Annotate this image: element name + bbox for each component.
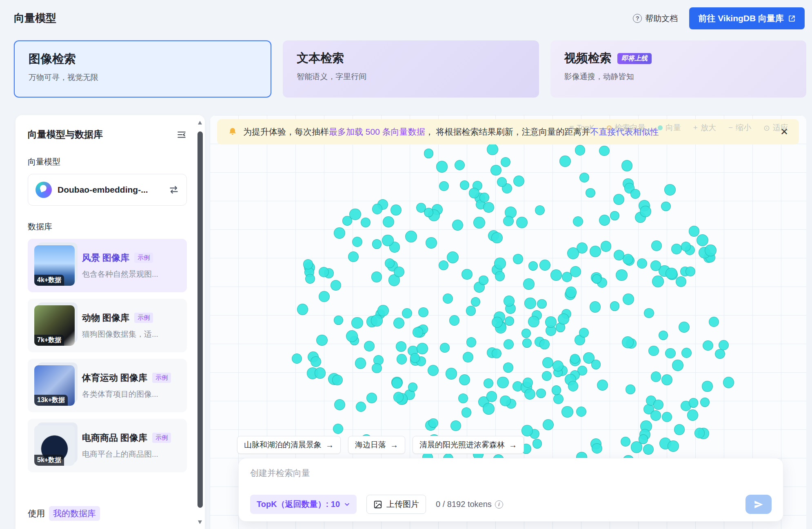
- send-button[interactable]: [745, 495, 772, 514]
- vector-point[interactable]: [719, 340, 729, 350]
- vector-point[interactable]: [700, 398, 710, 407]
- vector-point[interactable]: [461, 407, 472, 418]
- vector-point[interactable]: [500, 396, 510, 406]
- vector-point[interactable]: [579, 328, 589, 338]
- vector-point[interactable]: [614, 250, 624, 260]
- vector-point[interactable]: [664, 184, 676, 196]
- vector-point[interactable]: [528, 261, 538, 271]
- vector-point[interactable]: [524, 298, 536, 309]
- chip-morning-mountains[interactable]: 山脉和湖泊的清晨景象 →: [237, 436, 341, 454]
- vector-point[interactable]: [545, 316, 556, 327]
- vector-point[interactable]: [644, 308, 654, 318]
- help-docs-link[interactable]: ? 帮助文档: [633, 13, 678, 24]
- vector-point[interactable]: [439, 260, 448, 270]
- info-icon[interactable]: i: [495, 500, 503, 509]
- vector-point[interactable]: [490, 165, 501, 176]
- vector-point[interactable]: [575, 145, 585, 155]
- vector-point[interactable]: [428, 418, 438, 428]
- vector-point[interactable]: [491, 232, 502, 243]
- vector-point[interactable]: [592, 443, 602, 453]
- vector-point[interactable]: [676, 276, 686, 287]
- vector-point[interactable]: [590, 246, 601, 257]
- tab-image-retrieval[interactable]: 图像检索 万物可寻，视觉无限: [14, 40, 271, 98]
- vector-point[interactable]: [461, 269, 472, 280]
- vector-point[interactable]: [504, 296, 515, 307]
- vector-point[interactable]: [576, 407, 586, 417]
- vector-point[interactable]: [311, 356, 321, 367]
- chip-seaside-sunset[interactable]: 海边日落 →: [348, 436, 405, 454]
- vector-point[interactable]: [479, 276, 488, 285]
- vector-point[interactable]: [566, 287, 577, 298]
- vector-point[interactable]: [495, 271, 505, 281]
- collapse-panel-icon[interactable]: [176, 129, 187, 140]
- vector-point[interactable]: [613, 194, 624, 205]
- vector-point[interactable]: [579, 173, 589, 182]
- scrollbar-thumb[interactable]: [197, 131, 203, 508]
- dataset-card-animal[interactable]: 7k+数据 动物 图像库 示例 猫狗图像数据集，适...: [28, 299, 187, 352]
- vector-point[interactable]: [665, 348, 675, 358]
- vector-point[interactable]: [558, 313, 569, 325]
- vector-point[interactable]: [459, 374, 470, 385]
- vector-point[interactable]: [666, 268, 677, 280]
- vector-point[interactable]: [550, 269, 562, 281]
- vector-point[interactable]: [709, 317, 719, 327]
- vector-point[interactable]: [348, 251, 359, 262]
- vector-point[interactable]: [626, 385, 635, 394]
- vector-point[interactable]: [392, 378, 402, 388]
- vector-point[interactable]: [486, 391, 497, 402]
- vector-point[interactable]: [653, 400, 663, 410]
- vector-point[interactable]: [672, 360, 683, 371]
- vector-point[interactable]: [599, 146, 610, 156]
- dataset-card-ecommerce[interactable]: 5k+数据 电商商品 图像库 示例 电商平台上的商品图...: [28, 419, 187, 472]
- tab-text-retrieval[interactable]: 文本检索 智能语义，字里行间: [283, 40, 539, 98]
- vector-point[interactable]: [616, 269, 627, 281]
- vector-point[interactable]: [483, 202, 494, 213]
- vector-point[interactable]: [591, 360, 601, 369]
- vector-point[interactable]: [372, 239, 382, 249]
- vector-point[interactable]: [366, 393, 377, 403]
- vector-point[interactable]: [424, 149, 434, 158]
- vector-point[interactable]: [315, 367, 326, 378]
- vector-point[interactable]: [303, 259, 313, 269]
- vector-point[interactable]: [697, 234, 708, 246]
- vector-point[interactable]: [501, 157, 510, 167]
- vector-point[interactable]: [687, 409, 698, 420]
- vector-point[interactable]: [651, 371, 661, 382]
- vector-point[interactable]: [503, 216, 513, 226]
- vector-point[interactable]: [610, 211, 619, 220]
- vector-point[interactable]: [686, 267, 695, 276]
- vector-point[interactable]: [668, 440, 679, 452]
- vector-point[interactable]: [352, 237, 362, 247]
- vector-point[interactable]: [334, 399, 345, 410]
- vector-point[interactable]: [513, 254, 523, 264]
- vector-point[interactable]: [426, 237, 437, 249]
- vector-point[interactable]: [393, 318, 404, 329]
- vector-point[interactable]: [364, 341, 375, 352]
- vector-canvas[interactable]: ≡ TopK 检索向量 向量 + 放大 − 缩小 ⊙ 适应: [210, 115, 806, 529]
- vector-point[interactable]: [332, 375, 343, 385]
- vector-point[interactable]: [601, 241, 611, 251]
- vector-point[interactable]: [471, 297, 480, 307]
- vector-point[interactable]: [568, 381, 578, 391]
- vector-point[interactable]: [535, 205, 545, 216]
- vector-point[interactable]: [372, 363, 382, 373]
- vector-point[interactable]: [466, 337, 476, 347]
- vector-point[interactable]: [652, 276, 663, 287]
- vector-point[interactable]: [393, 392, 404, 402]
- legend-query-vector[interactable]: 检索向量: [607, 122, 646, 133]
- vector-point[interactable]: [334, 316, 343, 325]
- dataset-card-scenery[interactable]: 4k+数据 风景 图像库 示例 包含各种自然景观图...: [28, 239, 187, 292]
- topk-toolbar-item[interactable]: ≡ TopK: [569, 123, 594, 132]
- dataset-card-sports[interactable]: 13k+数据 体育运动 图像库 示例 各类体育项目的图像...: [28, 359, 187, 412]
- vector-point[interactable]: [648, 346, 659, 356]
- vector-point[interactable]: [521, 425, 532, 436]
- vector-point[interactable]: [361, 218, 371, 227]
- vector-point[interactable]: [621, 437, 630, 447]
- vector-point[interactable]: [484, 378, 493, 388]
- vector-point[interactable]: [371, 271, 382, 282]
- vector-point[interactable]: [552, 385, 561, 395]
- vector-point[interactable]: [394, 267, 404, 277]
- vector-point[interactable]: [586, 188, 595, 198]
- vector-point[interactable]: [523, 278, 535, 290]
- vector-point[interactable]: [473, 217, 485, 229]
